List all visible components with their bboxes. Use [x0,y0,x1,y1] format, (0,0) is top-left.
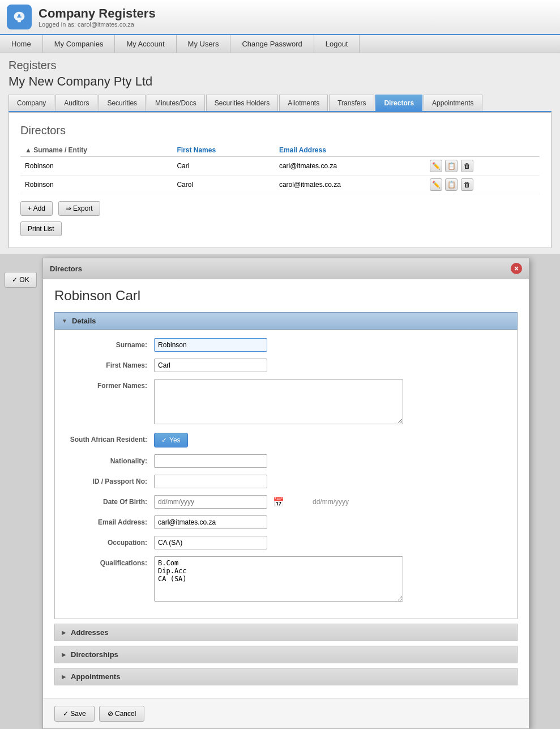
sa-resident-row: South African Resident: ✓ Yes [63,433,508,447]
cancel-button[interactable]: ⊘ Cancel [99,706,145,722]
cell-email-1: carl@itmates.co.za [275,157,425,176]
occupation-input[interactable] [154,536,267,549]
email-field [154,515,508,529]
nationality-input[interactable] [154,454,267,468]
nationality-field [154,454,508,468]
app-header: Company Registers Logged in as: carol@it… [0,0,560,35]
first-names-input[interactable] [154,359,267,372]
cell-email-2: carol@itmates.co.za [275,176,425,194]
nav-logout[interactable]: Logout [314,35,360,53]
dob-row: Date Of Birth: 📅 dd/mm/yyyy [63,495,508,509]
logo-icon [11,9,27,25]
tab-transfers[interactable]: Transfers [329,95,374,111]
details-body: Surname: First Names: Former Names: [54,330,518,619]
tab-company[interactable]: Company [8,95,54,111]
dob-label: Date Of Birth: [63,495,154,506]
details-title: Details [72,317,96,325]
edit-btn-1[interactable]: ✏️ [430,160,442,172]
cell-surname-2: Robinson [20,176,172,194]
col-first-names[interactable]: First Names [172,144,275,157]
addresses-section: ▶ Addresses [54,624,518,641]
svg-rect-0 [17,16,21,18]
appointments-title: Appointments [71,672,120,681]
id-passport-input[interactable] [154,475,267,488]
sa-resident-yes-button[interactable]: ✓ Yes [154,433,188,447]
logged-in-label: Logged in as: carol@itmates.co.za [39,21,156,28]
app-title: Company Registers [39,6,156,21]
sa-resident-field: ✓ Yes [154,433,508,447]
appointments-arrow: ▶ [62,673,66,680]
dob-input[interactable] [154,495,267,509]
directorships-title: Directorships [71,650,118,659]
former-names-textarea[interactable] [154,379,403,424]
add-button[interactable]: + Add [20,201,53,216]
occupation-label: Occupation: [63,536,154,547]
email-row: Email Address: [63,515,508,529]
tab-securities[interactable]: Securities [99,95,146,111]
tab-auditors[interactable]: Auditors [55,95,97,111]
modal-close-button[interactable]: × [511,263,522,274]
modal-header: Directors × [43,258,529,279]
details-header[interactable]: ▼ Details [54,312,518,330]
nav-my-account[interactable]: My Account [115,35,176,53]
tab-directors[interactable]: Directors [375,95,422,111]
directorships-section: ▶ Directorships [54,646,518,663]
calendar-icon[interactable]: 📅 [273,497,284,508]
nav-change-password[interactable]: Change Password [230,35,314,53]
cell-firstname-2: Carol [172,176,275,194]
qualifications-textarea[interactable]: B.Com Dip.Acc CA (SA) [154,556,403,602]
surname-label: Surname: [63,338,154,349]
addresses-arrow: ▶ [62,629,66,636]
dob-input-row: 📅 dd/mm/yyyy [154,495,508,509]
surname-field [154,338,508,352]
delete-btn-1[interactable]: 🗑 [461,160,473,172]
former-names-label: Former Names: [63,379,154,390]
tab-appointments[interactable]: Appointments [424,95,482,111]
delete-btn-2[interactable]: 🗑 [461,178,473,191]
id-passport-label: ID / Passport No: [63,475,154,485]
dob-field: 📅 dd/mm/yyyy [154,495,508,509]
print-section: Print List [20,221,540,236]
email-input[interactable] [154,515,267,529]
table-row: Robinson Carl carl@itmates.co.za ✏️ 📋 🗑 [20,157,540,176]
former-names-field [154,379,508,426]
appointments-section: ▶ Appointments [54,668,518,685]
cell-actions-1: ✏️ 📋 🗑 [425,157,540,176]
modal-person-name: Robinson Carl [54,288,518,304]
copy-btn-1[interactable]: 📋 [445,160,458,172]
tab-securities-holders[interactable]: Securities Holders [206,95,278,111]
occupation-row: Occupation: [63,536,508,549]
surname-input[interactable] [154,338,267,352]
page-breadcrumb: Registers [8,59,552,72]
nav-my-users[interactable]: My Users [177,35,231,53]
surname-row: Surname: [63,338,508,352]
addresses-header[interactable]: ▶ Addresses [54,624,518,641]
svg-rect-1 [18,14,20,16]
directorships-header[interactable]: ▶ Directorships [54,646,518,663]
save-button[interactable]: ✓ Save [54,706,95,722]
nav-my-companies[interactable]: My Companies [43,35,116,53]
page-content: Registers My New Company Pty Ltd Company… [0,53,560,254]
ok-button[interactable]: ✓ OK [5,272,37,288]
email-label: Email Address: [63,515,154,526]
export-button[interactable]: ⇒ Export [58,201,100,216]
copy-btn-2[interactable]: 📋 [445,178,458,191]
addresses-title: Addresses [71,628,108,637]
col-surname[interactable]: ▲ Surname / Entity [20,144,172,157]
tab-allotments[interactable]: Allotments [279,95,328,111]
directors-section-title: Directors [20,124,540,137]
table-row: Robinson Carol carol@itmates.co.za ✏️ 📋 … [20,176,540,194]
modal-body: Robinson Carl ▼ Details Surname: First [43,279,529,698]
edit-btn-2[interactable]: ✏️ [430,178,442,191]
nav-home[interactable]: Home [0,35,43,53]
company-name: My New Company Pty Ltd [8,74,552,89]
id-passport-row: ID / Passport No: [63,475,508,488]
appointments-header[interactable]: ▶ Appointments [54,668,518,685]
main-section: Directors ▲ Surname / Entity First Names… [8,112,552,248]
tab-minutes-docs[interactable]: Minutes/Docs [147,95,205,111]
first-names-row: First Names: [63,359,508,372]
details-arrow: ▼ [62,318,67,324]
nav-bar: Home My Companies My Account My Users Ch… [0,35,560,53]
print-list-button[interactable]: Print List [20,221,62,236]
col-email[interactable]: Email Address [275,144,425,157]
